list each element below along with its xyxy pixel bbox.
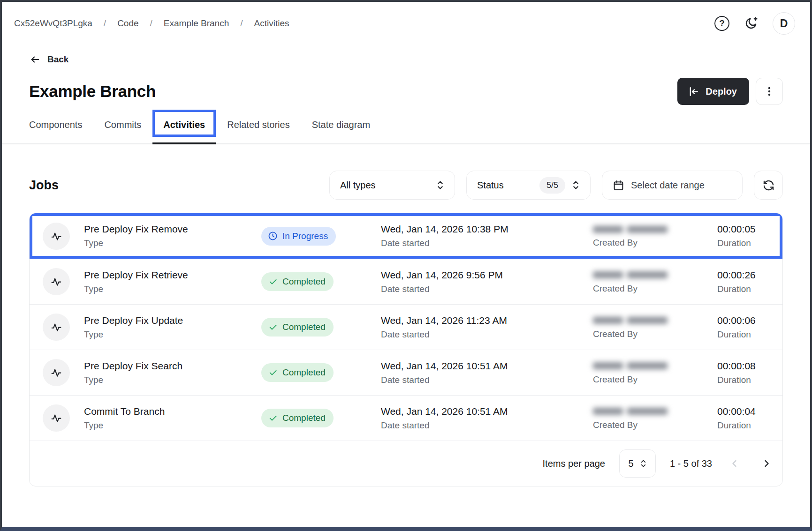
status-label: Completed — [282, 322, 326, 332]
date-started-label: Date started — [381, 375, 593, 385]
activity-icon — [50, 230, 63, 243]
type-filter-value: All types — [340, 180, 430, 191]
activity-icon — [50, 275, 63, 288]
activity-icon — [50, 366, 63, 379]
duration-label: Duration — [717, 238, 769, 248]
back-label: Back — [47, 54, 68, 65]
status-badge: Completed — [261, 363, 334, 382]
created-by-label: Created By — [593, 374, 717, 385]
status-label: Completed — [282, 277, 326, 287]
tab-components[interactable]: Components — [29, 110, 82, 143]
deploy-button[interactable]: Deploy — [677, 78, 749, 105]
duration-value: 00:00:26 — [717, 269, 769, 281]
breadcrumb-code[interactable]: Code — [117, 18, 138, 29]
job-name: Pre Deploy Fix Retrieve — [84, 269, 261, 281]
type-filter-dropdown[interactable]: All types — [329, 171, 455, 200]
created-by-label: Created By — [593, 329, 717, 339]
items-per-page-select[interactable]: 5 — [619, 449, 656, 478]
help-icon: ? — [714, 16, 729, 31]
date-started-value: Wed, Jan 14, 2026 11:23 AM — [381, 315, 593, 326]
date-range-placeholder: Select date range — [631, 180, 732, 191]
tab-activities[interactable]: Activities — [163, 110, 205, 143]
back-button[interactable]: Back — [29, 54, 68, 65]
created-by-label: Created By — [593, 420, 717, 430]
job-type-label: Type — [84, 284, 261, 294]
breadcrumb-activities[interactable]: Activities — [254, 18, 289, 29]
breadcrumb-branch[interactable]: Example Branch — [164, 18, 229, 29]
tabs-bar: Components Commits Activities Related st… — [2, 110, 810, 144]
duration-value: 00:00:08 — [717, 360, 769, 372]
duration-label: Duration — [717, 329, 769, 340]
help-button[interactable]: ? — [714, 16, 729, 31]
tab-related-stories[interactable]: Related stories — [227, 110, 289, 143]
breadcrumb: Cx52eWvQt3PLgka / Code / Example Branch … — [14, 18, 289, 29]
previous-page-button[interactable] — [729, 458, 740, 469]
tab-commits[interactable]: Commits — [104, 110, 141, 143]
jobs-heading: Jobs — [29, 178, 59, 193]
status-badge: Completed — [261, 318, 334, 337]
table-row[interactable]: Pre Deploy Fix RemoveType In Progress We… — [30, 213, 782, 259]
status-badge: Completed — [261, 409, 334, 427]
date-started-label: Date started — [381, 420, 593, 431]
status-badge: Completed — [261, 272, 334, 291]
date-started-label: Date started — [381, 284, 593, 294]
created-by-redacted-value — [593, 315, 717, 326]
job-name: Commit To Branch — [84, 406, 261, 417]
duration-label: Duration — [717, 284, 769, 294]
created-by-redacted-value — [593, 270, 717, 280]
job-name: Pre Deploy Fix Remove — [84, 224, 261, 235]
job-name: Pre Deploy Fix Update — [84, 315, 261, 326]
updown-chevrons-icon — [572, 179, 580, 191]
deploy-label: Deploy — [706, 86, 737, 97]
table-row[interactable]: Pre Deploy Fix RetrieveType Completed We… — [30, 259, 782, 304]
chevron-left-icon — [729, 458, 740, 469]
date-started-label: Date started — [381, 238, 593, 248]
activity-icon — [50, 411, 63, 425]
updown-chevrons-icon — [640, 458, 647, 469]
breadcrumb-project[interactable]: Cx52eWvQt3PLgka — [14, 18, 92, 29]
table-row[interactable]: Commit To BranchType Completed Wed, Jan … — [30, 395, 782, 441]
date-started-value: Wed, Jan 14, 2026 10:51 AM — [381, 360, 593, 372]
status-filter-dropdown[interactable]: Status 5/5 — [466, 171, 591, 200]
chevron-right-icon — [761, 458, 772, 469]
date-range-picker[interactable]: Select date range — [602, 171, 743, 200]
duration-label: Duration — [717, 375, 769, 385]
job-type-label: Type — [84, 375, 261, 385]
date-started-value: Wed, Jan 14, 2026 10:51 AM — [381, 406, 593, 417]
breadcrumb-separator: / — [240, 18, 243, 29]
duration-label: Duration — [717, 420, 769, 431]
date-started-label: Date started — [381, 329, 593, 340]
back-arrow-icon — [29, 54, 41, 65]
items-per-page-value: 5 — [628, 458, 633, 469]
table-row[interactable]: Pre Deploy Fix UpdateType Completed Wed,… — [30, 304, 782, 350]
created-by-label: Created By — [593, 238, 717, 248]
activity-icon — [50, 321, 63, 334]
dark-mode-moon-icon — [744, 16, 759, 31]
breadcrumb-separator: / — [104, 18, 106, 29]
avatar[interactable]: D — [773, 12, 795, 35]
duration-value: 00:00:06 — [717, 315, 769, 326]
dark-mode-button[interactable] — [744, 16, 759, 31]
created-by-redacted-value — [593, 361, 717, 371]
created-by-redacted-value — [593, 224, 717, 234]
refresh-button[interactable] — [754, 171, 783, 200]
check-icon — [268, 277, 278, 286]
pagination-range: 1 - 5 of 33 — [670, 458, 712, 469]
refresh-icon — [762, 179, 775, 192]
clock-icon — [268, 231, 278, 241]
job-type-label: Type — [84, 329, 261, 340]
next-page-button[interactable] — [761, 458, 772, 469]
job-type-label: Type — [84, 420, 261, 431]
check-icon — [268, 322, 278, 332]
status-count-badge: 5/5 — [539, 177, 565, 194]
check-icon — [268, 413, 278, 423]
topbar: Cx52eWvQt3PLgka / Code / Example Branch … — [2, 2, 810, 45]
tab-state-diagram[interactable]: State diagram — [312, 110, 371, 143]
status-badge: In Progress — [261, 227, 336, 246]
table-row[interactable]: Pre Deploy Fix SearchType Completed Wed,… — [30, 350, 782, 395]
date-started-value: Wed, Jan 14, 2026 10:38 PM — [381, 224, 593, 235]
deploy-icon — [688, 86, 699, 97]
more-actions-button[interactable] — [756, 78, 783, 105]
created-by-label: Created By — [593, 284, 717, 294]
page-title: Example Branch — [29, 82, 156, 101]
